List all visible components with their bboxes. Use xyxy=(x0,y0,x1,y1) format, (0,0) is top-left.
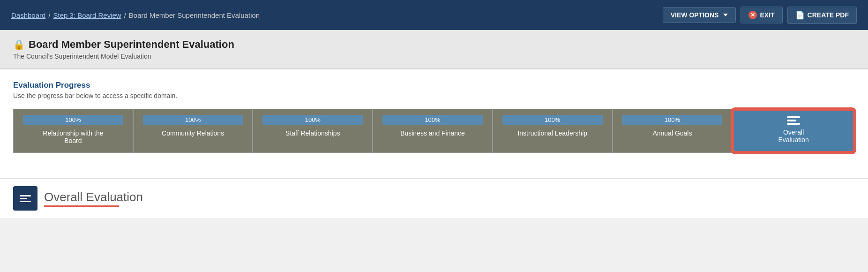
page-header-subtitle: The Council's Superintendent Model Evalu… xyxy=(13,53,855,60)
domain-progress-community-relations: 100% xyxy=(143,115,243,125)
breadcrumb: Dashboard / Step 3: Board Review / Board… xyxy=(11,11,260,19)
icon-line-3 xyxy=(787,123,800,125)
page-title: Board Member Superintendent Evaluation xyxy=(29,38,234,51)
exit-label: EXIT xyxy=(760,11,774,19)
domain-card-overall-evaluation[interactable]: OverallEvaluation xyxy=(732,109,855,153)
domain-label-instructional-leadership: Instructional Leadership xyxy=(517,129,587,137)
view-options-label: VIEW OPTIONS xyxy=(671,11,719,19)
exit-circle-icon: ✕ xyxy=(748,11,757,19)
domain-card-relationship-board[interactable]: 100% Relationship with theBoard xyxy=(13,109,133,153)
bottom-section: Overall Evaluation xyxy=(0,178,868,218)
domain-label-staff-relationships: Staff Relationships xyxy=(285,129,340,137)
evaluation-progress-desc: Use the progress bar below to access a s… xyxy=(13,92,855,99)
overall-eval-header: Overall Evaluation xyxy=(13,186,855,211)
domain-progress-instructional-leadership: 100% xyxy=(502,115,603,125)
breadcrumb-step3[interactable]: Step 3: Board Review xyxy=(53,11,121,19)
overall-eval-underline xyxy=(44,205,119,207)
domain-label-annual-goals: Annual Goals xyxy=(652,129,692,137)
pdf-icon: 📄 xyxy=(795,11,805,20)
top-nav: Dashboard / Step 3: Board Review / Board… xyxy=(0,0,868,30)
page-header: 🔒 Board Member Superintendent Evaluation… xyxy=(0,30,868,69)
create-pdf-label: CREATE PDF xyxy=(808,11,849,19)
chevron-down-icon xyxy=(723,14,728,16)
domain-progress-relationship-board: 100% xyxy=(23,115,123,125)
overall-eval-icon-box xyxy=(13,186,37,211)
breadcrumb-sep2: / xyxy=(124,11,126,19)
domain-label-business-finance: Business and Finance xyxy=(400,129,465,137)
domain-card-business-finance[interactable]: 100% Business and Finance xyxy=(373,109,493,153)
domain-card-annual-goals[interactable]: 100% Annual Goals xyxy=(613,109,733,153)
icon-line-s-2 xyxy=(20,198,27,199)
nav-actions: VIEW OPTIONS ✕ EXIT 📄 CREATE PDF xyxy=(663,7,857,24)
overall-eval-title-wrapper: Overall Evaluation xyxy=(44,190,143,207)
domain-progress-business-finance: 100% xyxy=(382,115,483,125)
overall-eval-icon-small xyxy=(20,195,31,202)
icon-line-1 xyxy=(787,116,800,118)
breadcrumb-sep1: / xyxy=(48,11,50,19)
domain-progress-annual-goals: 100% xyxy=(622,115,722,125)
evaluation-progress-title: Evaluation Progress xyxy=(13,81,855,90)
domain-card-community-relations[interactable]: 100% Community Relations xyxy=(133,109,253,153)
domain-label-community-relations: Community Relations xyxy=(162,129,224,137)
overall-eval-icon xyxy=(787,116,800,125)
domain-card-staff-relationships[interactable]: 100% Staff Relationships xyxy=(253,109,373,153)
breadcrumb-current: Board Member Superintendent Evaluation xyxy=(129,11,260,19)
breadcrumb-dashboard[interactable]: Dashboard xyxy=(11,11,45,19)
lock-icon: 🔒 xyxy=(13,39,25,50)
domain-label-overall-evaluation: OverallEvaluation xyxy=(778,128,808,144)
icon-line-s-1 xyxy=(20,195,31,196)
icon-line-s-3 xyxy=(20,201,31,202)
main-content: Evaluation Progress Use the progress bar… xyxy=(0,69,868,178)
create-pdf-button[interactable]: 📄 CREATE PDF xyxy=(787,7,857,24)
exit-button[interactable]: ✕ EXIT xyxy=(741,7,782,23)
domain-card-instructional-leadership[interactable]: 100% Instructional Leadership xyxy=(493,109,613,153)
page-header-title: 🔒 Board Member Superintendent Evaluation xyxy=(13,38,855,51)
domains-row: 100% Relationship with theBoard 100% Com… xyxy=(13,109,855,153)
icon-line-2 xyxy=(787,120,796,121)
overall-eval-title: Overall Evaluation xyxy=(44,190,143,204)
domain-progress-staff-relationships: 100% xyxy=(262,115,363,125)
domain-label-relationship-board: Relationship with theBoard xyxy=(43,129,103,144)
view-options-button[interactable]: VIEW OPTIONS xyxy=(663,7,736,23)
